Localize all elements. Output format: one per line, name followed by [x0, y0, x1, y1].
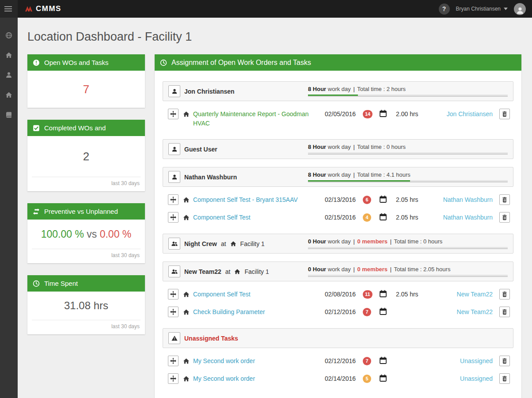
group-summary-block: 8 Hour work day | Total time : 4.1 hours	[308, 171, 508, 182]
task-assignee-cell: New Team22	[429, 307, 499, 317]
avatar[interactable]	[514, 3, 526, 15]
task-calendar-cell	[379, 307, 396, 317]
group-summary: 0 Hour work day | 0 members | Total time…	[308, 266, 508, 273]
group-summary-block: 8 Hour work day | Total time : 2 hours	[308, 86, 508, 97]
stat-card-title: Preventive vs Unplanned	[44, 208, 118, 215]
delete-button-icon[interactable]	[499, 194, 510, 205]
user-icon	[5, 72, 12, 79]
summary-part: Total time : 4.1 hours	[356, 171, 410, 178]
help-button[interactable]: ?	[439, 4, 450, 15]
task-link[interactable]: Component Self Test	[193, 291, 251, 298]
progress-track	[308, 247, 508, 249]
assignee-link[interactable]: Unassigned	[460, 375, 493, 382]
page-title: Location Dashboard - Facility 1	[27, 30, 521, 44]
task-calendar-cell	[379, 212, 396, 223]
task-hours: 2.00 hrs	[396, 109, 429, 119]
task-row: Component Self Test - Bryant 315AAV02/13…	[163, 191, 513, 208]
stat-card-footnote: last 30 days	[32, 249, 141, 263]
summary-part: work day	[326, 266, 352, 273]
assignee-link[interactable]: Jon Christiansen	[447, 110, 493, 118]
summary-part: 0 members	[357, 238, 388, 245]
drag-handle-icon[interactable]	[168, 356, 179, 366]
task-calendar-cell	[379, 373, 396, 384]
task-hours: 2.05 hrs	[396, 194, 429, 205]
task-delete-cell	[499, 194, 510, 205]
user-menu[interactable]: Bryan Christiansen	[456, 6, 508, 12]
progress-track	[308, 152, 508, 155]
summary-part: Total time : 0 hours	[392, 238, 442, 245]
calendar-button-icon[interactable]	[379, 307, 387, 315]
task-title: Component Self Test	[193, 289, 325, 299]
summary-separator: |	[352, 86, 355, 92]
group-name: New Team22	[184, 268, 221, 275]
task-link[interactable]: Quarterly Maintenance Report	[193, 110, 276, 118]
sidebar-item-4-book[interactable]	[0, 110, 18, 119]
asset-link[interactable]: - Bryant 315AAV	[251, 196, 298, 203]
drag-handle-icon[interactable]	[168, 373, 179, 384]
info-circle-icon	[33, 59, 40, 66]
progress-track	[308, 275, 508, 277]
summary-separator: |	[352, 266, 355, 273]
assignee-link[interactable]: New Team22	[457, 291, 493, 298]
sidebar-item-2-user[interactable]	[0, 71, 18, 80]
menu-toggle[interactable]	[0, 0, 18, 18]
delete-button-icon[interactable]	[499, 307, 510, 317]
assignee-link[interactable]: Unassigned	[460, 357, 493, 364]
sidebar-item-1-home[interactable]	[0, 51, 18, 60]
task-link[interactable]: Component Self Test	[193, 214, 251, 221]
assignee-link[interactable]: Nathan Washburn	[443, 196, 493, 203]
task-delete-cell	[499, 109, 510, 119]
task-link[interactable]: My Second work order	[193, 375, 255, 382]
delete-button-icon[interactable]	[499, 356, 510, 366]
user-icon	[168, 143, 180, 155]
sidebar-item-0-globe[interactable]	[0, 31, 18, 40]
task-assignee-cell: Unassigned	[429, 373, 499, 384]
task-delete-cell	[499, 212, 510, 223]
calendar-button-icon[interactable]	[379, 110, 387, 118]
task-link[interactable]: Check Building Parameter	[193, 308, 265, 315]
drag-handle-icon[interactable]	[168, 194, 179, 205]
right-column: Assignment of Open Work Orders and Tasks…	[155, 54, 521, 398]
priority-badge: 5	[363, 375, 371, 383]
home-icon	[234, 269, 240, 275]
task-title: My Second work order	[193, 373, 325, 383]
home-icon	[230, 241, 236, 247]
home-icon	[183, 309, 190, 315]
assignee-link[interactable]: Nathan Washburn	[443, 214, 493, 221]
delete-button-icon[interactable]	[499, 109, 510, 119]
assignee-link[interactable]: New Team22	[457, 308, 493, 315]
group-header: Night CrewatFacility 10 Hour work day | …	[163, 234, 513, 254]
delete-button-icon[interactable]	[499, 212, 510, 223]
task-calendar-cell	[379, 109, 396, 119]
priority-badge: 6	[363, 196, 371, 204]
drag-handle-icon[interactable]	[168, 307, 179, 317]
stat-value-part: 7	[83, 83, 89, 96]
drag-handle-icon[interactable]	[168, 289, 179, 299]
calendar-button-icon[interactable]	[379, 374, 387, 382]
drag-handle-icon[interactable]	[168, 109, 179, 119]
calendar-button-icon[interactable]	[379, 195, 387, 203]
exchange-icon	[33, 208, 40, 215]
task-link[interactable]: Component Self Test	[193, 196, 251, 203]
group-name: Unassigned Tasks	[184, 335, 238, 342]
clock-icon	[160, 59, 167, 66]
stat-card: Completed WOs and2last 30 days	[27, 120, 145, 191]
calendar-button-icon[interactable]	[379, 213, 387, 221]
summary-part: 8 Hour	[308, 86, 326, 92]
task-link[interactable]: My Second work order	[193, 357, 255, 364]
summary-separator: |	[352, 144, 355, 150]
assignment-panel-header: Assignment of Open Work Orders and Tasks	[155, 54, 521, 71]
delete-button-icon[interactable]	[499, 373, 510, 384]
stat-value-part: 31.08 hrs	[64, 299, 108, 312]
sidebar-item-3-home[interactable]	[0, 91, 18, 99]
task-badge-cell: 7	[363, 356, 379, 365]
drag-handle-icon[interactable]	[168, 212, 179, 223]
priority-badge: 11	[363, 290, 372, 299]
group-name: Night Crew	[184, 240, 217, 247]
progress-track	[308, 95, 508, 97]
calendar-button-icon[interactable]	[379, 290, 387, 298]
delete-button-icon[interactable]	[499, 289, 510, 299]
home-icon	[183, 214, 190, 221]
calendar-button-icon[interactable]	[379, 356, 387, 364]
group-summary: 0 Hour work day | 0 members | Total time…	[308, 238, 508, 245]
